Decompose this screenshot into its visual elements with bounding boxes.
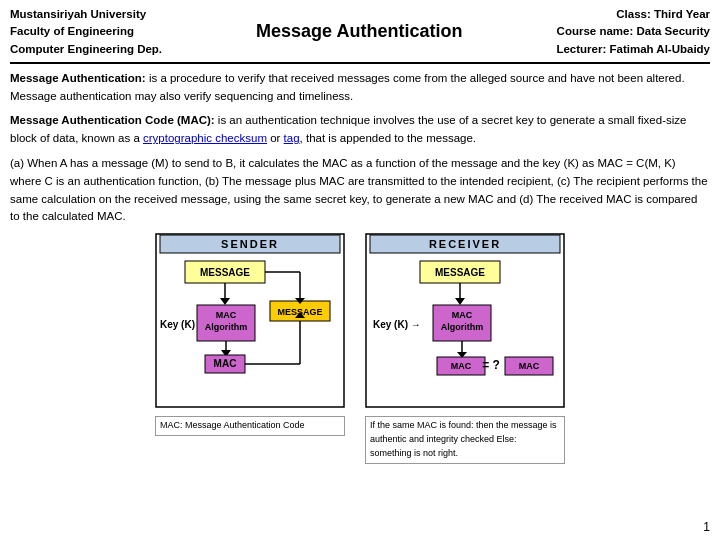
page: Mustansiriyah University Faculty of Engi… [0, 0, 720, 540]
department-name: Computer Engineering Dep. [10, 41, 162, 58]
faculty-name: Faculty of Engineering [10, 23, 162, 40]
header: Mustansiriyah University Faculty of Engi… [10, 6, 710, 64]
course-name: Course name: Data Security [556, 23, 710, 40]
svg-text:Algorithm: Algorithm [441, 322, 484, 332]
mac-note: MAC: Message Authentication Code [155, 416, 345, 436]
receiver-svg: RECEIVER MESSAGE Key (K) → MAC Algorithm [365, 233, 565, 408]
mac-term: Message Authentication Code (MAC): [10, 114, 215, 126]
svg-text:MAC: MAC [451, 361, 472, 371]
lecturer-name: Lecturer: Fatimah Al-Ubaidy [556, 41, 710, 58]
svg-text:MESSAGE: MESSAGE [435, 267, 485, 278]
page-title: Message Authentication [256, 21, 462, 42]
sender-svg: SENDER MESSAGE Key (K) → MAC Algorithm [155, 233, 345, 408]
content: Message Authentication: is a procedure t… [10, 70, 710, 516]
sender-diagram: SENDER MESSAGE Key (K) → MAC Algorithm [155, 233, 345, 436]
mac-text3: , that is appended to the message. [300, 132, 476, 144]
svg-text:MAC: MAC [214, 358, 237, 369]
svg-text:Algorithm: Algorithm [205, 322, 248, 332]
header-right: Class: Third Year Course name: Data Secu… [556, 6, 710, 58]
svg-marker-5 [220, 298, 230, 305]
svg-text:Key (K) →: Key (K) → [373, 319, 421, 330]
mac-paragraph: Message Authentication Code (MAC): is an… [10, 112, 710, 148]
page-number: 1 [10, 520, 710, 534]
diagram-area: SENDER MESSAGE Key (K) → MAC Algorithm [10, 233, 710, 464]
mac-link2: tag [284, 132, 300, 144]
receiver-note-text: If the same MAC is found: then the messa… [370, 420, 557, 458]
mac-note-title: MAC: [160, 420, 183, 430]
university-name: Mustansiriyah University [10, 6, 162, 23]
receiver-diagram: RECEIVER MESSAGE Key (K) → MAC Algorithm [365, 233, 565, 464]
mac-note-text: Message Authentication Code [185, 420, 305, 430]
svg-text:SENDER: SENDER [221, 238, 279, 250]
svg-marker-28 [455, 298, 465, 305]
svg-text:MAC: MAC [216, 310, 237, 320]
intro-term: Message Authentication: [10, 72, 146, 84]
svg-text:MAC: MAC [519, 361, 540, 371]
header-left: Mustansiriyah University Faculty of Engi… [10, 6, 162, 58]
svg-text:MAC: MAC [452, 310, 473, 320]
mac-abcd-text: (a) When A has a message (M) to send to … [10, 157, 708, 222]
intro-paragraph: Message Authentication: is a procedure t… [10, 70, 710, 106]
mac-link1: cryptographic checksum [143, 132, 267, 144]
svg-text:RECEIVER: RECEIVER [429, 238, 501, 250]
class-info: Class: Third Year [556, 6, 710, 23]
svg-text:= ?: = ? [482, 358, 500, 372]
mac-or: or [267, 132, 284, 144]
receiver-note: If the same MAC is found: then the messa… [365, 416, 565, 464]
mac-abcd-paragraph: (a) When A has a message (M) to send to … [10, 155, 710, 226]
svg-text:MESSAGE: MESSAGE [200, 267, 250, 278]
